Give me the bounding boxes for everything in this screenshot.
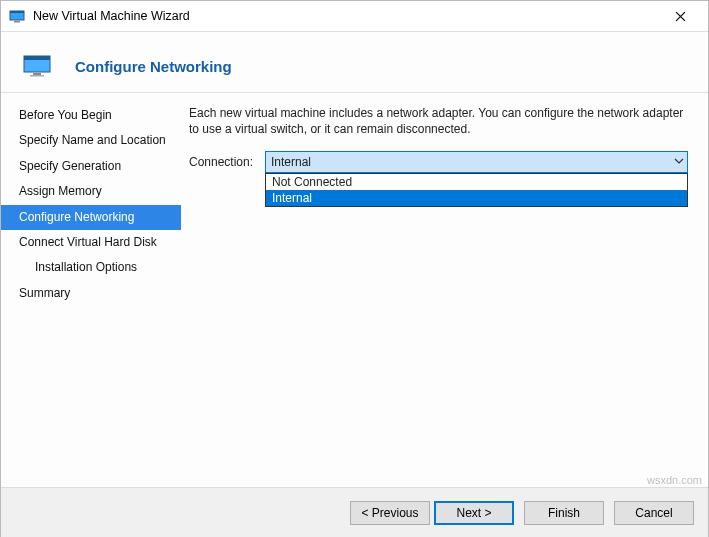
description-text: Each new virtual machine includes a netw… xyxy=(189,105,688,137)
sidebar-item-assign-memory[interactable]: Assign Memory xyxy=(1,179,181,204)
previous-button[interactable]: < Previous xyxy=(350,501,430,525)
svg-rect-6 xyxy=(30,75,44,77)
cancel-button[interactable]: Cancel xyxy=(614,501,694,525)
svg-rect-2 xyxy=(14,21,20,23)
window-title: New Virtual Machine Wizard xyxy=(33,9,660,23)
sidebar-item-specify-name[interactable]: Specify Name and Location xyxy=(1,128,181,153)
svg-rect-4 xyxy=(24,56,50,60)
sidebar-item-installation-options[interactable]: Installation Options xyxy=(1,255,181,280)
main-area: Before You Begin Specify Name and Locati… xyxy=(1,93,708,487)
connection-combobox[interactable]: Internal Not Connected Internal xyxy=(265,151,688,173)
sidebar-item-summary[interactable]: Summary xyxy=(1,281,181,306)
titlebar: New Virtual Machine Wizard xyxy=(1,1,708,31)
page-heading: Configure Networking xyxy=(75,58,232,75)
next-button[interactable]: Next > xyxy=(434,501,514,525)
content-panel: Each new virtual machine includes a netw… xyxy=(181,93,708,487)
sidebar-item-connect-vhd[interactable]: Connect Virtual Hard Disk xyxy=(1,230,181,255)
connection-selected-value[interactable]: Internal xyxy=(265,151,688,173)
footer: < Previous Next > Finish Cancel xyxy=(1,487,708,537)
wizard-window: New Virtual Machine Wizard Configure Net… xyxy=(0,0,709,537)
wizard-header-icon xyxy=(23,55,51,77)
wizard-titlebar-icon xyxy=(9,8,25,24)
connection-label: Connection: xyxy=(189,155,259,169)
sidebar-item-specify-generation[interactable]: Specify Generation xyxy=(1,154,181,179)
option-internal[interactable]: Internal xyxy=(266,190,687,206)
svg-rect-5 xyxy=(33,73,41,75)
header: Configure Networking xyxy=(1,32,708,92)
close-button[interactable] xyxy=(660,2,700,30)
option-not-connected[interactable]: Not Connected xyxy=(266,174,687,190)
wizard-steps-sidebar: Before You Begin Specify Name and Locati… xyxy=(1,93,181,487)
connection-row: Connection: Internal Not Connected Inter… xyxy=(189,151,688,173)
finish-button[interactable]: Finish xyxy=(524,501,604,525)
sidebar-item-configure-networking[interactable]: Configure Networking xyxy=(1,205,181,230)
nav-button-group: < Previous Next > xyxy=(350,501,514,525)
connection-dropdown-list: Not Connected Internal xyxy=(265,173,688,207)
sidebar-item-before-you-begin[interactable]: Before You Begin xyxy=(1,103,181,128)
svg-rect-1 xyxy=(10,11,24,13)
